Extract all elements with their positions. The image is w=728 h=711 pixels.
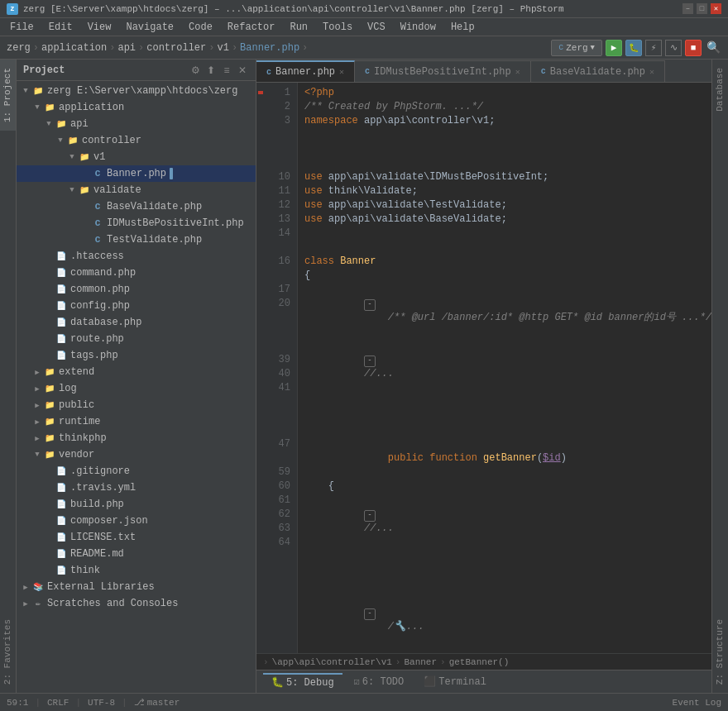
status-position[interactable]: 59:1	[7, 698, 28, 708]
tree-item-vendor[interactable]: ▼ 📁 vendor	[17, 446, 256, 463]
toggle-controller[interactable]: ▼	[55, 135, 66, 146]
bc-banner[interactable]: Banner.php	[240, 42, 299, 54]
tab-close-id[interactable]: ✕	[515, 67, 520, 77]
debug-button[interactable]: 🐛	[625, 40, 642, 56]
close-button[interactable]: ✕	[711, 3, 721, 14]
fold-41[interactable]: -	[364, 510, 376, 522]
tab-banner[interactable]: c Banner.php ✕	[256, 60, 355, 82]
status-event-log[interactable]: Event Log	[673, 698, 721, 708]
fold-20[interactable]: -	[364, 356, 376, 367]
tree-item-composer[interactable]: 📄 composer.json	[17, 513, 256, 529]
tree-item-command[interactable]: 📄 command.php	[17, 265, 256, 281]
menu-edit[interactable]: Edit	[42, 20, 79, 35]
tree-item-id-must[interactable]: c IDMustBePositiveInt.php	[17, 215, 256, 231]
tree-item-thinkphp[interactable]: ▶ 📁 thinkphp	[17, 430, 256, 446]
profile-button[interactable]: ∿	[665, 40, 682, 56]
status-crlf[interactable]: CRLF	[47, 698, 69, 708]
toggle-vendor[interactable]: ▼	[31, 449, 43, 460]
toggle-runtime[interactable]: ▶	[31, 416, 43, 427]
tree-item-test-validate[interactable]: c TestValidate.php	[17, 231, 256, 248]
panel-close-button[interactable]: ✕	[236, 64, 249, 77]
bottom-tab-todo[interactable]: ☑ 6: TODO	[346, 674, 413, 690]
tree-item-v1[interactable]: ▼ 📁 v1	[17, 149, 256, 165]
tree-item-config[interactable]: 📄 config.php	[17, 298, 256, 314]
tree-item-extend[interactable]: ▶ 📁 extend	[17, 364, 256, 380]
tree-item-public[interactable]: ▶ 📁 public	[17, 397, 256, 413]
fold-17[interactable]: -	[364, 299, 376, 311]
panel-settings-button[interactable]: ⚙	[189, 64, 202, 77]
tree-item-tags[interactable]: 📄 tags.php	[17, 347, 256, 364]
menu-tools[interactable]: Tools	[316, 20, 359, 35]
search-button[interactable]: 🔍	[705, 40, 721, 56]
right-tab-structure[interactable]: Z: Structure	[712, 611, 728, 693]
bc-zerg[interactable]: zerg	[7, 42, 31, 54]
bottom-tab-terminal[interactable]: ⬛ Terminal	[415, 674, 495, 690]
bc-controller[interactable]: controller	[146, 42, 206, 54]
toggle-v1[interactable]: ▼	[66, 151, 78, 163]
bc-application[interactable]: application	[41, 42, 107, 54]
code-content[interactable]: <?php /** Created by PhpStorm. ...*/ nam…	[298, 83, 711, 653]
bc-api[interactable]: api	[117, 42, 136, 54]
menu-code[interactable]: Code	[182, 20, 219, 35]
toggle-public[interactable]: ▶	[31, 399, 43, 411]
right-tab-database[interactable]: Database	[712, 60, 728, 120]
tab-id-must[interactable]: c IDMustBePositiveInt.php ✕	[355, 60, 531, 82]
tree-item-api[interactable]: ▼ 📁 api	[17, 116, 256, 132]
tree-item-readme[interactable]: 📄 README.md	[17, 546, 256, 562]
toggle-application[interactable]: ▼	[31, 102, 43, 113]
tree-item-external-libs[interactable]: ▶ 📚 External Libraries	[17, 579, 256, 595]
code-editor[interactable]: 1 2 3 10 11 12 13 14 16 17 20 39	[256, 83, 711, 653]
stop-button[interactable]: ■	[685, 40, 702, 56]
tree-item-build[interactable]: 📄 build.php	[17, 496, 256, 513]
tree-item-log[interactable]: ▶ 📁 log	[17, 380, 256, 397]
breadcrumb-method[interactable]: getBanner()	[449, 657, 510, 667]
toggle-validate[interactable]: ▼	[66, 184, 78, 196]
status-git[interactable]: ⎇ master	[134, 697, 180, 708]
tree-item-gitignore[interactable]: 📄 .gitignore	[17, 463, 256, 480]
tree-item-validate[interactable]: ▼ 📁 validate	[17, 182, 256, 198]
tree-item-controller[interactable]: ▼ 📁 controller	[17, 132, 256, 149]
minimize-button[interactable]: –	[682, 3, 693, 14]
toggle-zerg[interactable]: ▼	[20, 85, 31, 97]
menu-window[interactable]: Window	[394, 20, 443, 35]
menu-navigate[interactable]: Navigate	[119, 20, 180, 35]
tree-item-travis[interactable]: 📄 .travis.yml	[17, 480, 256, 496]
breadcrumb-namespace[interactable]: \app\api\controller\v1	[272, 657, 392, 667]
panel-expand-button[interactable]: ⬆	[204, 64, 218, 77]
toggle-external[interactable]: ▶	[20, 581, 31, 593]
tree-item-route[interactable]: 📄 route.php	[17, 331, 256, 347]
breadcrumb-class[interactable]: Banner	[404, 657, 437, 667]
menu-file[interactable]: File	[3, 20, 41, 35]
menu-vcs[interactable]: VCS	[361, 20, 392, 35]
menu-run[interactable]: Run	[283, 20, 314, 35]
menu-view[interactable]: View	[81, 20, 118, 35]
maximize-button[interactable]: □	[697, 3, 707, 14]
fold-47[interactable]: -	[364, 608, 376, 620]
run-button[interactable]: ▶	[606, 40, 622, 56]
tree-item-banner[interactable]: c Banner.php	[17, 165, 256, 182]
tree-item-zerg-root[interactable]: ▼ 📁 zerg E:\Server\xampp\htdocs\zerg	[17, 83, 256, 99]
bc-v1[interactable]: v1	[217, 42, 228, 54]
tree-item-application[interactable]: ▼ 📁 application	[17, 99, 256, 116]
bottom-tab-debug[interactable]: 🐛 5: Debug	[263, 673, 342, 690]
tree-item-think[interactable]: 📄 think	[17, 562, 256, 579]
tree-item-base-validate[interactable]: c BaseValidate.php	[17, 198, 256, 215]
tab-close-base[interactable]: ✕	[649, 67, 654, 77]
panel-collapse-button[interactable]: ≡	[220, 64, 233, 77]
status-encoding[interactable]: UTF-8	[88, 698, 115, 708]
toggle-scratches[interactable]: ▶	[20, 598, 31, 609]
tab-close-banner[interactable]: ✕	[339, 67, 344, 77]
coverage-button[interactable]: ⚡	[645, 40, 662, 56]
toggle-extend[interactable]: ▶	[31, 366, 43, 378]
run-config-selector[interactable]: c Zerg ▼	[551, 40, 602, 56]
tab-base-validate[interactable]: c BaseValidate.php ✕	[531, 60, 665, 82]
toggle-api[interactable]: ▼	[43, 118, 55, 130]
toggle-thinkphp[interactable]: ▶	[31, 432, 43, 444]
tree-item-runtime[interactable]: ▶ 📁 runtime	[17, 413, 256, 430]
tree-item-htaccess[interactable]: 📄 .htaccess	[17, 248, 256, 265]
tree-item-scratches[interactable]: ▶ ✏ Scratches and Consoles	[17, 595, 256, 612]
tree-item-license[interactable]: 📄 LICENSE.txt	[17, 529, 256, 546]
toggle-log[interactable]: ▶	[31, 383, 43, 394]
menu-refactor[interactable]: Refactor	[221, 20, 282, 35]
sidebar-tab-favorites[interactable]: 2: Favorites	[0, 611, 16, 693]
